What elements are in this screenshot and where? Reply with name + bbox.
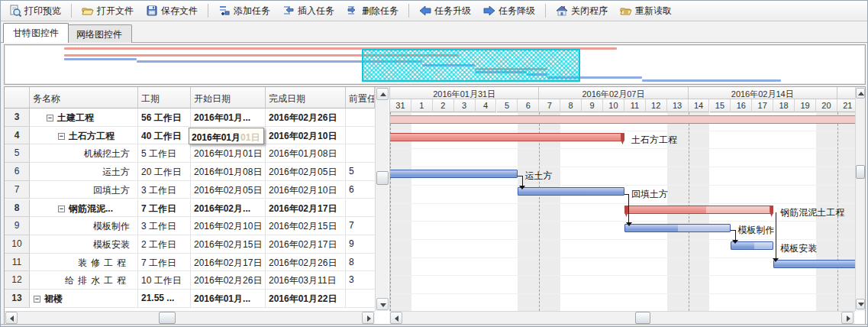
finish-date-cell[interactable]: 2016年03月11日	[266, 271, 346, 290]
duration-cell[interactable]: 10 工作日	[138, 271, 191, 290]
summary-bar[interactable]	[389, 115, 856, 124]
finish-date-cell[interactable]: 2016年02月26日	[266, 254, 346, 272]
predecessor-cell[interactable]	[346, 127, 375, 145]
duration-cell[interactable]: 2 工作日	[138, 235, 191, 254]
task-name-cell[interactable]: 装修工程	[30, 254, 138, 272]
header-predecessor[interactable]: 前置任	[346, 87, 375, 108]
duration-cell[interactable]: 7 工作日	[138, 199, 191, 218]
scroll-left-button[interactable]	[5, 312, 18, 324]
predecessor-cell[interactable]	[346, 199, 375, 218]
start-date-cell[interactable]: 2016年01月08日	[191, 163, 266, 181]
task-bar[interactable]	[624, 224, 731, 232]
start-date-cell[interactable]: 2016年02月...	[191, 199, 266, 218]
finish-date-cell[interactable]: 2016年01月22日	[266, 290, 346, 308]
insert-task-button[interactable]: 插入任务	[277, 2, 340, 20]
task-name-cell[interactable]: −钢筋混泥...	[30, 199, 138, 218]
task-name-cell[interactable]: 机械挖土方	[30, 144, 138, 163]
header-task-name[interactable]: 务名称	[30, 87, 138, 108]
predecessor-cell[interactable]	[346, 108, 375, 127]
save-file-button[interactable]: 保存文件	[140, 2, 203, 20]
header-duration[interactable]: 工期	[138, 87, 191, 108]
start-date-cell[interactable]: 2016年02月17日	[191, 254, 266, 272]
predecessor-cell[interactable]: 3	[346, 271, 375, 290]
predecessor-cell[interactable]: 9	[346, 235, 375, 254]
scroll-up-button[interactable]	[376, 88, 389, 100]
duration-cell[interactable]: 5 工作日	[138, 144, 191, 163]
close-program-button[interactable]: 关闭程序	[550, 2, 613, 20]
finish-date-cell[interactable]: 2016年02月15日	[266, 217, 346, 235]
table-row[interactable]: 10模板安装2 工作日2016年02月15日2016年02月17日9	[5, 235, 375, 254]
task-downgrade-button[interactable]: 任务降级	[478, 2, 540, 20]
summary-bar[interactable]	[389, 133, 624, 141]
scroll-down-button[interactable]	[376, 298, 389, 310]
print-preview-button[interactable]: 打印预览	[4, 2, 66, 20]
tab-gantt-control[interactable]: 甘特图控件	[3, 23, 69, 43]
finish-date-cell[interactable]: 2016年02月26日	[266, 108, 346, 127]
task-name-cell[interactable]: 运土方	[30, 163, 138, 181]
table-row[interactable]: 13−裙楼21.55 ...2016年01月...2016年01月22日	[5, 290, 375, 308]
row-number-cell[interactable]: 6	[5, 163, 30, 181]
table-row[interactable]: 6运土方20 工作日2016年01月08日2016年02月05日5	[5, 163, 375, 181]
row-number-cell[interactable]: 5	[5, 144, 30, 163]
table-row[interactable]: 7回填土方3 工作日2016年02月05日2016年02月10日6	[5, 181, 375, 199]
tab-network-control[interactable]: 网络图控件	[66, 24, 132, 43]
duration-cell[interactable]: 7 工作日	[138, 254, 191, 272]
scroll-left-button[interactable]	[390, 312, 402, 324]
task-name-cell[interactable]: −裙楼	[30, 290, 138, 308]
start-date-cell[interactable]: 2016年02月26日	[191, 271, 266, 290]
collapse-toggle-icon[interactable]: −	[47, 115, 53, 121]
task-name-cell[interactable]: 模板安装	[30, 235, 138, 254]
duration-cell[interactable]: 3 工作日	[138, 217, 191, 235]
predecessor-cell[interactable]: 5	[346, 163, 375, 181]
overview-viewport-box[interactable]	[362, 49, 580, 82]
start-date-cell[interactable]: 2016年02月05日	[191, 181, 266, 199]
collapse-toggle-icon[interactable]: −	[58, 206, 65, 212]
task-name-cell[interactable]: 模板制作	[30, 217, 138, 235]
finish-date-cell[interactable]: 2016年02月10日	[266, 181, 346, 199]
header-finish-date[interactable]: 完成日期	[266, 87, 346, 108]
row-number-cell[interactable]: 13	[5, 290, 30, 308]
table-row[interactable]: 3−土建工程56 工作日2016年01月...2016年02月26日	[5, 108, 375, 127]
finish-date-cell[interactable]: 2016年02月17日	[266, 199, 346, 218]
summary-bar[interactable]	[624, 206, 773, 214]
row-number-cell[interactable]: 4	[5, 127, 30, 145]
row-number-cell[interactable]: 3	[5, 108, 30, 127]
row-number-cell[interactable]: 8	[5, 199, 30, 218]
predecessor-cell[interactable]: 8	[346, 254, 375, 272]
finish-date-cell[interactable]: 2016年02月10日	[266, 127, 346, 145]
task-bar[interactable]	[518, 187, 624, 196]
delete-task-button[interactable]: 删除任务	[341, 2, 404, 20]
collapse-toggle-icon[interactable]: −	[58, 133, 65, 140]
row-number-cell[interactable]: 10	[5, 235, 30, 254]
task-name-cell[interactable]: 给排水工程	[30, 271, 138, 290]
table-hscroll-thumb[interactable]	[159, 312, 176, 324]
task-name-cell[interactable]: −土石方工程	[30, 127, 138, 145]
start-date-cell[interactable]: 2016年02月10日	[191, 217, 266, 235]
table-vscroll-thumb[interactable]	[376, 171, 389, 185]
table-horizontal-scrollbar[interactable]	[5, 311, 375, 324]
row-number-cell[interactable]: 11	[5, 254, 30, 272]
predecessor-cell[interactable]	[346, 290, 375, 308]
table-row[interactable]: 12给排水工程10 工作日2016年02月26日2016年03月11日3	[5, 271, 375, 290]
duration-cell[interactable]: 20 工作日	[138, 163, 191, 181]
duration-cell[interactable]: 56 工作日	[138, 108, 191, 127]
duration-cell[interactable]: 40 工作日	[138, 127, 191, 145]
predecessor-cell[interactable]	[346, 144, 375, 163]
reload-button[interactable]: 重新读取	[615, 2, 677, 20]
task-name-cell[interactable]: −土建工程	[30, 108, 138, 127]
scroll-right-button[interactable]	[362, 312, 374, 324]
table-row[interactable]: 8−钢筋混泥...7 工作日2016年02月...2016年02月17日	[5, 199, 375, 218]
open-file-button[interactable]: 打开文件	[76, 2, 139, 20]
task-bar[interactable]	[389, 170, 518, 178]
task-bar[interactable]	[773, 260, 856, 268]
start-date-cell[interactable]: 2016年01月...	[191, 290, 266, 308]
table-vertical-scrollbar[interactable]	[375, 87, 389, 311]
scroll-down-button[interactable]	[856, 299, 865, 309]
gantt-vertical-scrollbar[interactable]	[855, 87, 865, 311]
header-start-date[interactable]: 开始日期	[191, 87, 266, 108]
gantt-horizontal-scrollbar[interactable]	[389, 311, 855, 324]
task-upgrade-button[interactable]: 任务升级	[414, 2, 476, 20]
row-number-cell[interactable]: 9	[5, 217, 30, 235]
gantt-vscroll-thumb[interactable]	[856, 165, 865, 179]
table-row[interactable]: 11装修工程7 工作日2016年02月17日2016年02月26日8	[5, 254, 375, 272]
